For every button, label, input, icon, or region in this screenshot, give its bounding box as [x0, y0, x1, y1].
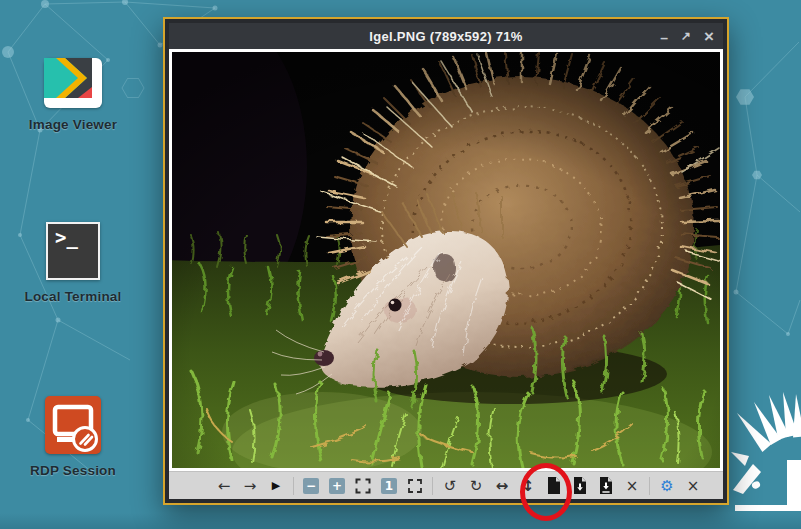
window-title: Igel.PNG (789x592) 71%	[369, 29, 522, 44]
maximize-icon[interactable]: ↗	[681, 30, 691, 42]
rdp-icon	[45, 396, 101, 454]
toolbar-fit-to-window[interactable]	[354, 475, 372, 497]
desktop-icon-label: Image Viewer	[29, 117, 117, 132]
toolbar-separator	[432, 477, 433, 495]
document-save-icon	[573, 477, 587, 494]
original-size-icon: 1	[381, 478, 397, 494]
desktop-icon-image-viewer[interactable]: Image Viewer	[8, 58, 138, 132]
terminal-icon: >_	[46, 222, 100, 280]
toolbar-flip-horizontal[interactable]: ↔	[493, 475, 511, 497]
fit-to-window-icon	[355, 478, 371, 494]
toolbar-separator	[293, 477, 294, 495]
wallpaper-bottom-shade	[0, 513, 801, 529]
toolbar-zoom-out[interactable]: −	[302, 475, 320, 497]
desktop-icon-label: Local Terminal	[24, 289, 121, 304]
toolbar-zoom-original[interactable]: 1	[380, 475, 398, 497]
zoom-in-icon: +	[329, 478, 345, 494]
desktop-icon-label: RDP Session	[30, 463, 116, 478]
toolbar-rotate-right[interactable]: ↻	[467, 475, 485, 497]
toolbar-previous-image[interactable]: ←	[215, 475, 233, 497]
desktop: Image Viewer >_ Local Terminal RDP Sessi…	[0, 0, 801, 529]
minimize-icon[interactable]: –	[660, 31, 668, 45]
image-viewer-icon	[44, 58, 102, 108]
desktop-icon-local-terminal[interactable]: >_ Local Terminal	[8, 222, 138, 304]
zoom-out-icon: −	[303, 478, 319, 494]
toolbar-new-file[interactable]	[545, 475, 563, 497]
toolbar-flip-vertical[interactable]: ↕	[519, 475, 537, 497]
toolbar-close-viewer[interactable]: ×	[684, 475, 702, 497]
fullscreen-icon	[407, 478, 423, 494]
toolbar-zoom-in[interactable]: +	[328, 475, 346, 497]
image-viewer-window: Igel.PNG (789x592) 71% – ↗ ×	[163, 17, 729, 505]
window-controls: – ↗ ×	[660, 23, 714, 49]
titlebar[interactable]: Igel.PNG (789x592) 71% – ↗ ×	[169, 23, 723, 49]
toolbar-delete-file[interactable]: ×	[623, 475, 641, 497]
igel-logo	[723, 388, 801, 529]
viewer-toolbar: ← → ▶ − + 1 ↺ ↻ ↔ ↕	[169, 471, 723, 499]
toolbar-save-file[interactable]	[571, 475, 589, 497]
toolbar-fullscreen[interactable]	[406, 475, 424, 497]
toolbar-slideshow-play-icon[interactable]: ▶	[267, 475, 285, 497]
close-icon[interactable]: ×	[704, 28, 714, 45]
desktop-icon-rdp-session[interactable]: RDP Session	[8, 396, 138, 478]
toolbar-settings-gear-icon[interactable]: ⚙	[658, 475, 676, 497]
image-canvas[interactable]	[169, 49, 723, 471]
toolbar-separator	[649, 477, 650, 495]
toolbar-next-image[interactable]: →	[241, 475, 259, 497]
document-icon	[547, 477, 561, 494]
toolbar-rotate-left[interactable]: ↺	[441, 475, 459, 497]
toolbar-save-file-as[interactable]	[597, 475, 615, 497]
hedgehog-photo	[172, 52, 720, 468]
document-save-as-icon	[599, 477, 613, 494]
